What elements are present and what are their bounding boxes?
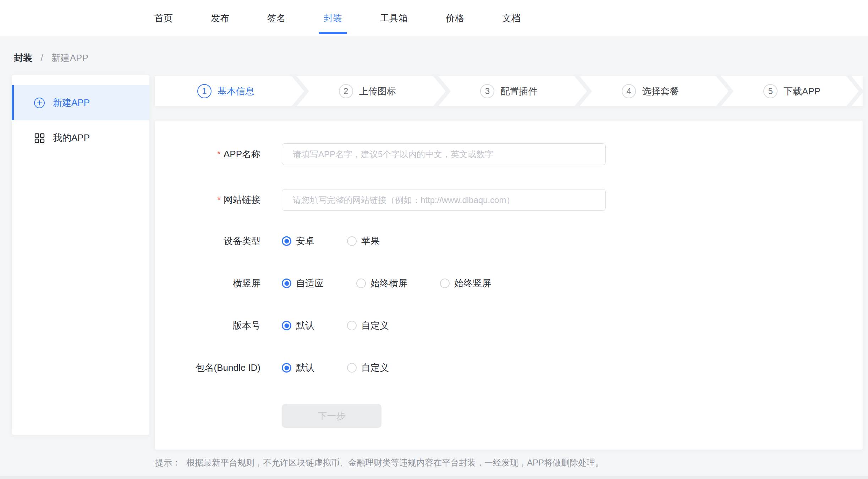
- step-wizard: 1 基本信息 2 上传图标 3 配置插件 4 选择套餐 5 下载APP: [155, 76, 863, 106]
- sidebar-item-my-apps[interactable]: 我的APP: [12, 120, 149, 155]
- step-download-app: 5 下载APP: [721, 76, 863, 106]
- radio-unselected-icon: [347, 236, 357, 246]
- radio-version-default[interactable]: 默认: [282, 319, 314, 332]
- step-upload-icon: 2 上传图标: [297, 76, 438, 106]
- radio-label: 默认: [296, 362, 314, 374]
- app-name-input[interactable]: [282, 143, 606, 165]
- nav-item-pricing[interactable]: 价格: [446, 0, 464, 37]
- step-label: 上传图标: [359, 85, 396, 98]
- step-number: 5: [763, 84, 778, 98]
- radio-always-landscape[interactable]: 始终横屏: [356, 277, 407, 290]
- basic-info-form-card: *APP名称 *网站链接 设备类型 安卓 苹果 横竖屏 自适应: [155, 121, 863, 450]
- grid-icon: [34, 132, 45, 144]
- radio-bundle-custom[interactable]: 自定义: [347, 362, 389, 374]
- bundle-id-label: 包名(Bundle ID): [155, 362, 282, 374]
- form-row-site-url: *网站链接: [155, 189, 863, 211]
- required-asterisk: *: [217, 149, 221, 159]
- platform-rule-tip: 提示：根据最新平台规则，不允许区块链虚拟币、金融理财类等违规内容在平台封装，一经…: [155, 457, 604, 468]
- form-row-version: 版本号 默认 自定义: [155, 319, 863, 332]
- sidebar-item-new-app[interactable]: 新建APP: [12, 85, 149, 120]
- radio-adaptive[interactable]: 自适应: [282, 277, 324, 290]
- radio-selected-icon: [282, 363, 291, 373]
- radio-unselected-icon: [347, 321, 357, 330]
- radio-ios[interactable]: 苹果: [347, 235, 380, 247]
- chevron-separator-icon: [846, 76, 863, 106]
- page-footer-strip: [0, 476, 868, 479]
- nav-item-publish[interactable]: 发布: [211, 0, 229, 37]
- nav-item-toolbox[interactable]: 工具箱: [380, 0, 408, 37]
- sidebar-item-label: 新建APP: [53, 97, 90, 109]
- breadcrumb-separator: /: [40, 53, 43, 63]
- radio-label: 始终竖屏: [454, 277, 491, 290]
- top-nav: 首页 发布 签名 封装 工具箱 价格 文档: [0, 0, 868, 37]
- form-row-orientation: 横竖屏 自适应 始终横屏 始终竖屏: [155, 277, 863, 290]
- site-url-input[interactable]: [282, 189, 606, 211]
- version-radio-group: 默认 自定义: [282, 319, 389, 332]
- radio-android[interactable]: 安卓: [282, 235, 314, 247]
- version-label: 版本号: [155, 319, 282, 332]
- bundle-id-radio-group: 默认 自定义: [282, 362, 389, 374]
- nav-item-home[interactable]: 首页: [154, 0, 173, 37]
- device-type-radio-group: 安卓 苹果: [282, 235, 380, 247]
- radio-label: 苹果: [361, 235, 380, 247]
- radio-label: 始终横屏: [370, 277, 407, 290]
- radio-label: 自定义: [361, 362, 389, 374]
- next-step-button[interactable]: 下一步: [282, 404, 381, 428]
- required-asterisk: *: [217, 194, 221, 205]
- radio-label: 自定义: [361, 319, 389, 332]
- step-number: 4: [622, 84, 636, 98]
- breadcrumb: 封装 / 新建APP: [0, 37, 868, 63]
- plus-circle-icon: [34, 97, 45, 109]
- sidebar-item-label: 我的APP: [53, 132, 90, 144]
- orientation-radio-group: 自适应 始终横屏 始终竖屏: [282, 277, 491, 290]
- radio-unselected-icon: [440, 279, 450, 288]
- nav-item-sign[interactable]: 签名: [267, 0, 286, 37]
- form-row-device-type: 设备类型 安卓 苹果: [155, 235, 863, 247]
- radio-label: 安卓: [296, 235, 314, 247]
- site-url-label: *网站链接: [155, 194, 282, 206]
- step-label: 选择套餐: [642, 85, 679, 98]
- radio-selected-icon: [282, 279, 291, 288]
- radio-unselected-icon: [347, 363, 357, 373]
- step-configure-plugins: 3 配置插件: [438, 76, 580, 106]
- radio-selected-icon: [282, 321, 291, 330]
- breadcrumb-parent[interactable]: 封装: [14, 53, 32, 63]
- radio-unselected-icon: [356, 279, 366, 288]
- orientation-label: 横竖屏: [155, 277, 282, 290]
- radio-version-custom[interactable]: 自定义: [347, 319, 389, 332]
- app-name-label: *APP名称: [155, 148, 282, 160]
- radio-label: 自适应: [296, 277, 324, 290]
- step-number: 3: [480, 84, 494, 98]
- sidebar: 新建APP 我的APP: [12, 75, 149, 435]
- radio-label: 默认: [296, 319, 314, 332]
- form-row-app-name: *APP名称: [155, 143, 863, 165]
- breadcrumb-current: 新建APP: [51, 53, 88, 63]
- tip-text: 根据最新平台规则，不允许区块链虚拟币、金融理财类等违规内容在平台封装，一经发现，…: [186, 458, 604, 467]
- radio-always-portrait[interactable]: 始终竖屏: [440, 277, 491, 290]
- form-row-bundle-id: 包名(Bundle ID) 默认 自定义: [155, 362, 863, 374]
- nav-item-package[interactable]: 封装: [324, 0, 342, 37]
- step-label: 基本信息: [218, 85, 254, 98]
- radio-selected-icon: [282, 236, 291, 246]
- nav-item-docs[interactable]: 文档: [502, 0, 521, 37]
- step-label: 配置插件: [500, 85, 537, 98]
- step-number: 2: [339, 84, 353, 98]
- device-type-label: 设备类型: [155, 235, 282, 247]
- tip-prefix: 提示：: [155, 458, 181, 467]
- step-label: 下载APP: [784, 85, 820, 98]
- step-number: 1: [197, 84, 211, 98]
- step-select-plan: 4 选择套餐: [579, 76, 721, 106]
- step-basic-info: 1 基本信息: [155, 76, 297, 106]
- radio-bundle-default[interactable]: 默认: [282, 362, 314, 374]
